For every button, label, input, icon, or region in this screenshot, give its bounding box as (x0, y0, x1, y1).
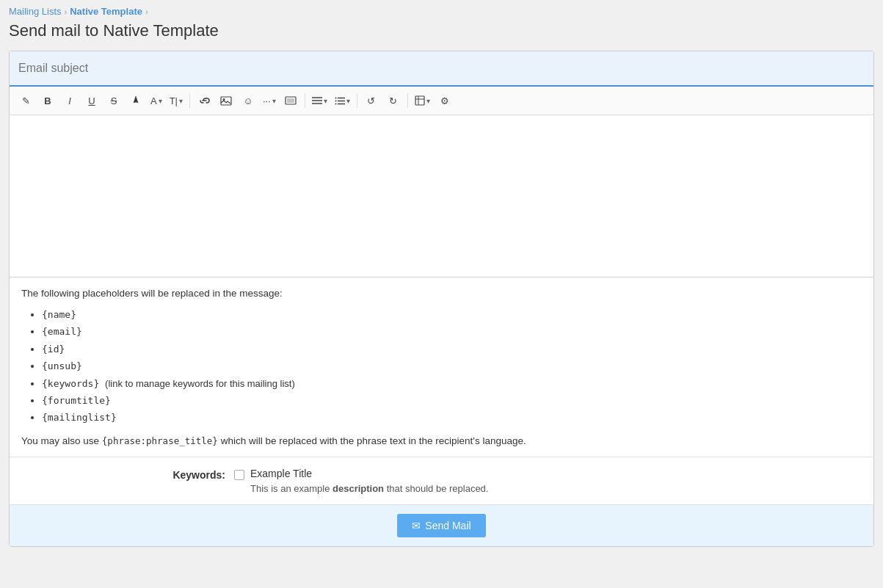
keywords-label: Keywords: (21, 468, 234, 481)
more-button[interactable]: ···▾ (260, 91, 279, 110)
email-subject-input[interactable] (17, 59, 866, 78)
keyword-item: Example Title (234, 468, 488, 480)
svg-rect-13 (415, 96, 424, 105)
keyword-info: Example Title (250, 468, 312, 479)
svg-point-7 (335, 97, 336, 98)
redo-button[interactable]: ↻ (383, 91, 404, 110)
keywords-section: Keywords: Example Title This is an examp… (10, 457, 873, 505)
keywords-extra-text: (link to manage keywords for this mailin… (105, 378, 295, 389)
eraser-button[interactable]: ✎ (15, 91, 36, 110)
send-mail-label: Send Mail (425, 520, 470, 531)
editor-container: ✎ B I U S A▾ T|▾ (10, 87, 873, 277)
keyword-checkbox[interactable] (234, 470, 244, 480)
keyword-description: This is an example description that shou… (250, 483, 488, 494)
placeholders-list: {name} {email} {id} {unsub} {keywords} (… (21, 306, 862, 427)
align-button[interactable]: ▾ (309, 91, 330, 110)
send-mail-icon: ✉ (412, 520, 421, 531)
list-item: {keywords} (link to manage keywords for … (42, 375, 862, 392)
send-mail-button[interactable]: ✉ Send Mail (397, 514, 485, 537)
breadcrumb: Mailing Lists › Native Template › (9, 6, 874, 17)
list-item: {name} (42, 306, 862, 323)
footer-section: ✉ Send Mail (10, 505, 873, 546)
keywords-content: Example Title This is an example descrip… (234, 468, 488, 494)
toolbar-sep-2 (305, 93, 305, 108)
bold-button[interactable]: B (37, 91, 58, 110)
page-wrapper: Mailing Lists › Native Template › Send m… (0, 0, 883, 588)
svg-point-9 (335, 100, 336, 101)
breadcrumb-chevron: › (65, 7, 68, 16)
toolbar-sep-3 (357, 93, 357, 108)
placeholders-intro: The following placeholders will be repla… (21, 288, 862, 299)
italic-button[interactable]: I (59, 91, 80, 110)
list-item: {email} (42, 323, 862, 340)
image-button[interactable] (216, 91, 236, 110)
email-subject-container (10, 51, 873, 87)
list-item: {id} (42, 341, 862, 357)
emoji-button[interactable]: ☺ (238, 91, 258, 110)
strikethrough-button[interactable]: S (103, 91, 124, 110)
undo-button[interactable]: ↺ (361, 91, 382, 110)
settings-button[interactable]: ⚙ (435, 91, 455, 110)
breadcrumb-trailing-chevron: › (145, 7, 148, 16)
svg-rect-0 (221, 97, 231, 105)
svg-point-11 (335, 103, 336, 104)
underline-button[interactable]: U (81, 91, 102, 110)
list-button[interactable]: ▾ (332, 91, 353, 110)
toolbar-sep-4 (407, 93, 408, 108)
link-button[interactable] (194, 91, 214, 110)
list-item: {unsub} (42, 357, 862, 374)
list-item: {mailinglist} (42, 409, 862, 426)
placeholders-section: The following placeholders will be repla… (10, 277, 873, 457)
editor-body[interactable] (10, 115, 873, 277)
breadcrumb-parent-link[interactable]: Mailing Lists (9, 6, 62, 17)
toolbar-sep-1 (189, 93, 190, 108)
text-style-button[interactable]: T|▾ (167, 91, 186, 110)
phrase-note: You may also use {phrase:phrase_title} w… (21, 435, 862, 446)
template-button[interactable]: ▾ (412, 91, 433, 110)
media-button[interactable] (280, 91, 301, 110)
font-size-button[interactable]: A▾ (148, 91, 165, 110)
list-item: {forumtitle} (42, 392, 862, 409)
keyword-title: Example Title (250, 468, 312, 479)
editor-toolbar: ✎ B I U S A▾ T|▾ (10, 87, 873, 115)
svg-rect-3 (287, 98, 294, 103)
breadcrumb-current: Native Template (70, 6, 142, 17)
main-card: ✎ B I U S A▾ T|▾ (9, 51, 874, 547)
color-button[interactable] (126, 91, 146, 110)
page-title: Send mail to Native Template (9, 21, 874, 40)
